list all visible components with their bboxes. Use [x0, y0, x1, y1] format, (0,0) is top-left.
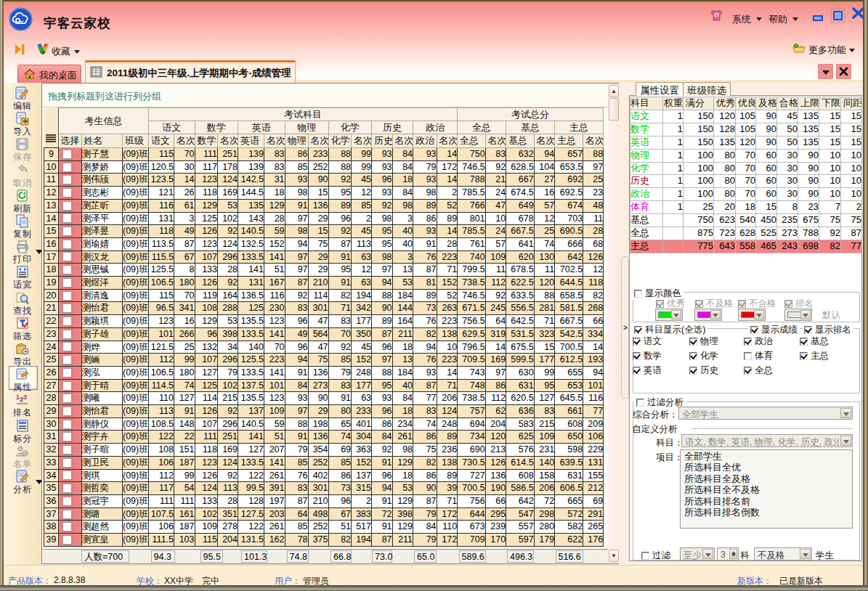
- svg-text:S: S: [715, 13, 718, 18]
- svg-text:3: 3: [23, 394, 27, 401]
